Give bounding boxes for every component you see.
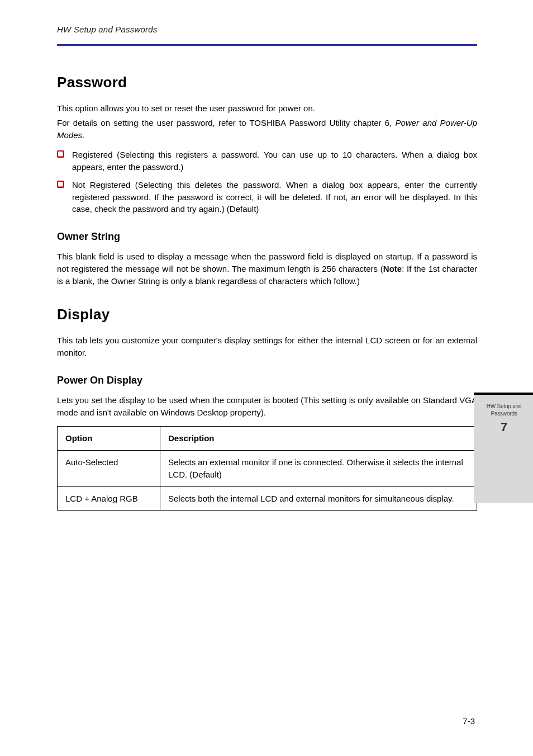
table-cell-option: Auto-Selected	[58, 451, 160, 487]
section-title-display: Display	[57, 306, 477, 323]
display-body: This tab lets you customize your compute…	[57, 334, 477, 359]
details-text-1: For details on setting the user password…	[57, 118, 396, 127]
intro-paragraph: This option allows you to set or reset t…	[57, 102, 477, 115]
side-tab-line1: HW Setup and	[479, 403, 529, 410]
bullet-item-registered: Registered (Selecting this registers a p…	[57, 149, 477, 173]
power-on-title: Power On Display	[57, 375, 477, 386]
bullet-item-not-registered: Not Registered (Selecting this deletes t…	[57, 179, 477, 215]
side-tab-number: 7	[479, 419, 529, 436]
table-header-description: Description	[160, 427, 477, 451]
owner-string-title: Owner String	[57, 231, 477, 243]
owner-string-body: This blank field is used to display a me…	[57, 251, 477, 287]
side-tab: HW Setup and Passwords 7	[474, 393, 533, 503]
power-on-body: Lets you set the display to be used when…	[57, 394, 477, 419]
table-header-row: Option Description	[58, 427, 477, 451]
page-number: 7-3	[463, 716, 475, 726]
page-container: HW Setup and Passwords Password This opt…	[0, 0, 533, 756]
section-title-password: Password	[57, 74, 477, 91]
bullet-icon	[57, 150, 64, 158]
table-cell-option: LCD + Analog RGB	[58, 486, 160, 511]
bullet-text: Registered (Selecting this registers a p…	[72, 149, 477, 173]
side-tab-line2: Passwords	[479, 410, 529, 417]
page-header: HW Setup and Passwords	[57, 25, 477, 34]
table-row: LCD + Analog RGB Selects both the intern…	[58, 486, 477, 511]
owner-string-note: Note	[383, 264, 402, 273]
table-header-option: Option	[58, 427, 160, 451]
header-rule	[57, 44, 477, 46]
table-row: Auto-Selected Selects an external monito…	[58, 451, 477, 487]
display-options-table: Option Description Auto-Selected Selects…	[57, 426, 477, 511]
table-cell-description: Selects both the internal LCD and extern…	[160, 486, 477, 511]
bullet-icon	[57, 181, 64, 188]
details-text-2: .	[82, 130, 84, 140]
bullet-text: Not Registered (Selecting this deletes t…	[72, 179, 477, 215]
details-paragraph: For details on setting the user password…	[57, 117, 477, 141]
table-cell-description: Selects an external monitor if one is co…	[160, 451, 477, 487]
